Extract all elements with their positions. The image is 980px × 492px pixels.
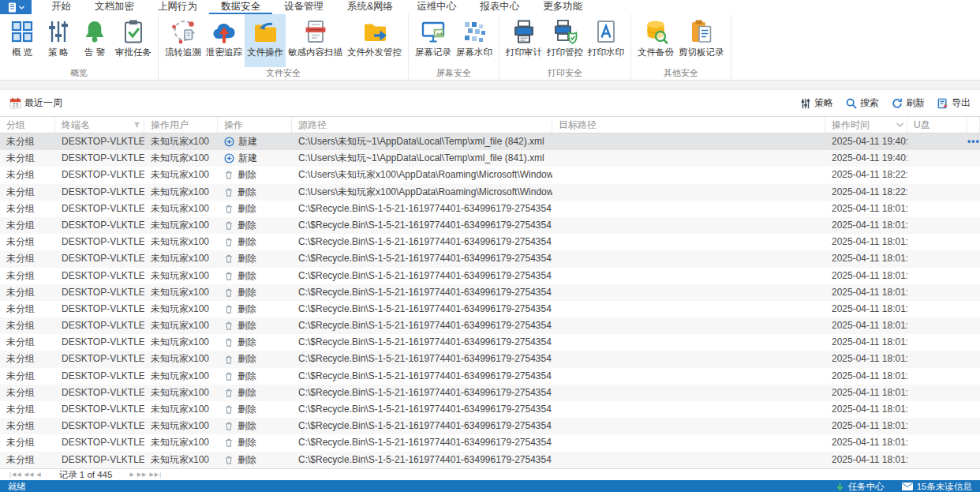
cell-source-path: C:\$Recycle.Bin\S-1-5-21-1619774401-6349… xyxy=(292,234,552,250)
operation-label: 删除 xyxy=(238,334,256,351)
column-header-label: 操作 xyxy=(224,117,243,133)
cell-time: 2025-04-11 18:01:38 xyxy=(825,217,907,234)
table-row[interactable]: 未分组DESKTOP-VLKTLE1未知玩家x100新建C:\Users\未知玩… xyxy=(0,150,980,167)
ribbon-button-folder-ops[interactable]: 文件操作 xyxy=(245,14,286,67)
column-header-U盘[interactable]: U盘 xyxy=(907,117,967,133)
column-header-目标路径[interactable]: 目标路径 xyxy=(552,117,825,133)
table-row[interactable]: 未分组DESKTOP-VLKTLE1未知玩家x100删除C:\$Recycle.… xyxy=(0,201,980,217)
ribbon-button-label: 打印水印 xyxy=(588,47,624,58)
table-row[interactable]: 未分组DESKTOP-VLKTLE1未知玩家x100删除C:\$Recycle.… xyxy=(0,368,980,385)
ribbon-button-screen-watermark[interactable]: 屏幕水印 xyxy=(454,14,495,67)
table-row[interactable]: 未分组DESKTOP-VLKTLE1未知玩家x100删除C:\$Recycle.… xyxy=(0,301,980,317)
table-row[interactable]: 未分组DESKTOP-VLKTLE1未知玩家x100删除C:\$Recycle.… xyxy=(0,351,980,367)
column-header-终端名[interactable]: 终端名 xyxy=(55,117,144,133)
tab-数据安全[interactable]: 数据安全 xyxy=(209,0,272,14)
envelope-icon xyxy=(902,483,913,490)
column-header-label: 终端名 xyxy=(62,117,90,133)
task-center-button[interactable]: 任务中心 xyxy=(836,481,885,492)
delete-icon xyxy=(224,170,234,180)
tab-文档加密[interactable]: 文档加密 xyxy=(83,0,146,14)
ribbon-button-printer[interactable]: 打印审计 xyxy=(503,14,544,67)
column-header-操作时间[interactable]: 操作时间 xyxy=(825,117,907,133)
date-range-filter[interactable]: 23 最近一周 xyxy=(9,96,62,110)
ribbon-button-cloud-leak[interactable]: 泄密追踪 xyxy=(204,14,245,67)
table-row[interactable]: 未分组DESKTOP-VLKTLE1未知玩家x100删除C:\$Recycle.… xyxy=(0,401,980,418)
cell-source-path: C:\Users\未知玩家x100\AppData\Roaming\Micros… xyxy=(292,167,552,183)
table-row[interactable]: 未分组DESKTOP-VLKTLE1未知玩家x100删除C:\$Recycle.… xyxy=(0,418,980,434)
column-header-源路径[interactable]: 源路径 xyxy=(292,117,552,133)
ribbon-button-clipboard-check[interactable]: 审批任务 xyxy=(113,14,154,67)
ribbon-button-trace[interactable]: 流转追溯 xyxy=(163,14,204,67)
unread-messages-label: 15条未读信息 xyxy=(917,481,972,492)
cell-filler xyxy=(967,401,980,418)
delete-icon xyxy=(224,271,234,281)
column-header-操作用户[interactable]: 操作用户 xyxy=(144,117,218,133)
cell-operation: 删除 xyxy=(218,167,292,183)
unread-messages-button[interactable]: 15条未读信息 xyxy=(902,481,972,492)
row-more-button[interactable]: ••• xyxy=(967,133,980,150)
table-row[interactable]: 未分组DESKTOP-VLKTLE1未知玩家x100删除C:\$Recycle.… xyxy=(0,452,980,468)
sort-dropdown-icon[interactable] xyxy=(896,122,903,127)
toolbar-action-sliders-sm[interactable]: 策略 xyxy=(800,96,833,110)
search-icon xyxy=(846,98,857,109)
calendar-icon: 23 xyxy=(9,97,21,109)
column-header-操作[interactable]: 操作 xyxy=(218,117,292,133)
ribbon-button-folder-out[interactable]: 文件外发管控 xyxy=(345,14,404,67)
table-row[interactable]: 未分组DESKTOP-VLKTLE1未知玩家x100删除C:\Users\未知玩… xyxy=(0,184,980,201)
table-row[interactable]: 未分组DESKTOP-VLKTLE1未知玩家x100新建C:\Users\未知玩… xyxy=(0,133,980,150)
cell-time: 2025-04-11 18:01:38 xyxy=(825,452,907,468)
toolbar-action-search[interactable]: 搜索 xyxy=(846,96,879,110)
ribbon-button-db-search[interactable]: 文件备份 xyxy=(635,14,676,67)
table-row[interactable]: 未分组DESKTOP-VLKTLE1未知玩家x100删除C:\$Recycle.… xyxy=(0,434,980,451)
tab-更多功能[interactable]: 更多功能 xyxy=(531,0,594,14)
delete-icon xyxy=(224,187,234,197)
trace-icon xyxy=(170,19,196,44)
ribbon-button-doc-scan[interactable]: 敏感内容扫描 xyxy=(286,14,345,67)
tab-上网行为[interactable]: 上网行为 xyxy=(146,0,209,14)
app-menu-button[interactable] xyxy=(0,0,32,14)
table-row[interactable]: 未分组DESKTOP-VLKTLE1未知玩家x100删除C:\$Recycle.… xyxy=(0,250,980,267)
table-row[interactable]: 未分组DESKTOP-VLKTLE1未知玩家x100删除C:\$Recycle.… xyxy=(0,334,980,351)
tab-设备管理[interactable]: 设备管理 xyxy=(272,0,335,14)
cell-group: 未分组 xyxy=(0,217,55,234)
delete-icon xyxy=(224,204,234,214)
column-header-label: 源路径 xyxy=(298,117,327,133)
table-row[interactable]: 未分组DESKTOP-VLKTLE1未知玩家x100删除C:\Users\未知玩… xyxy=(0,167,980,183)
ribbon-button-screen-record[interactable]: 屏幕记录 xyxy=(413,14,454,67)
ribbon-button-bell[interactable]: 告 警 xyxy=(77,14,113,67)
filter-funnel-icon[interactable] xyxy=(133,122,140,129)
ribbon-button-sliders[interactable]: 策 略 xyxy=(40,14,77,67)
ribbon-button-clipboard-doc[interactable]: 剪切板记录 xyxy=(676,14,727,67)
clipboard-check-icon xyxy=(121,19,146,44)
table-row[interactable]: 未分组DESKTOP-VLKTLE1未知玩家x100删除C:\$Recycle.… xyxy=(0,234,980,250)
tab-运维中心[interactable]: 运维中心 xyxy=(405,0,468,14)
cell-user: 未知玩家x100 xyxy=(144,184,218,201)
table-row[interactable]: 未分组DESKTOP-VLKTLE1未知玩家x100删除C:\$Recycle.… xyxy=(0,268,980,284)
pager-first-prev-buttons[interactable]: |◀◀ ◀◀ ◀ xyxy=(9,471,42,478)
tab-系统&网络[interactable]: 系统&网络 xyxy=(335,0,405,14)
table-row[interactable]: 未分组DESKTOP-VLKTLE1未知玩家x100删除C:\$Recycle.… xyxy=(0,385,980,401)
toolbar-action-refresh[interactable]: 刷新 xyxy=(892,96,925,110)
pager-record-count: 记录 1 of 445 xyxy=(59,469,113,481)
cell-usb xyxy=(907,217,967,234)
cell-target-path xyxy=(552,301,825,317)
column-header-分组[interactable]: 分组 xyxy=(0,117,55,133)
screen-record-icon xyxy=(421,19,446,44)
tab-报表中心[interactable]: 报表中心 xyxy=(468,0,531,14)
operation-label: 删除 xyxy=(238,301,256,317)
cell-operation: 删除 xyxy=(218,351,292,367)
tab-开始[interactable]: 开始 xyxy=(39,0,83,14)
cell-operation: 删除 xyxy=(218,217,292,234)
cell-terminal: DESKTOP-VLKTLE1 xyxy=(55,317,144,334)
table-row[interactable]: 未分组DESKTOP-VLKTLE1未知玩家x100删除C:\$Recycle.… xyxy=(0,317,980,334)
table-row[interactable]: 未分组DESKTOP-VLKTLE1未知玩家x100删除C:\$Recycle.… xyxy=(0,284,980,301)
printer-shield-icon xyxy=(552,19,578,44)
ribbon-button-doc-a[interactable]: 打印水印 xyxy=(585,14,627,67)
cell-time: 2025-04-11 18:01:38 xyxy=(825,418,907,434)
table-row[interactable]: 未分组DESKTOP-VLKTLE1未知玩家x100删除C:\$Recycle.… xyxy=(0,217,980,234)
operation-label: 删除 xyxy=(238,351,256,367)
pager-next-last-buttons[interactable]: ▶ ▶▶ ▶▶| xyxy=(129,471,162,478)
ribbon-button-printer-shield[interactable]: 打印管控 xyxy=(544,14,585,67)
ribbon-button-grid[interactable]: 概 览 xyxy=(4,14,40,67)
toolbar-action-export[interactable]: 导出 xyxy=(937,96,971,110)
